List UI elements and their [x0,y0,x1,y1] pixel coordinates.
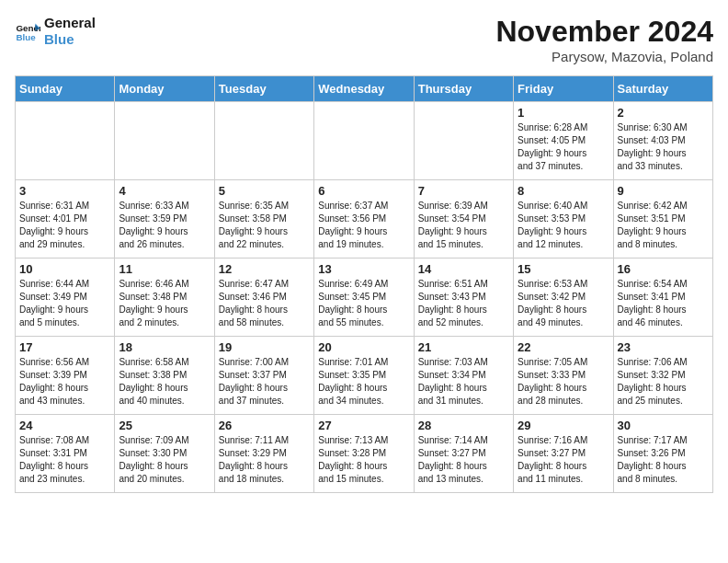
title-area: November 2024 Parysow, Mazovia, Poland [495,15,713,64]
day-number: 9 [618,184,709,198]
day-info: Sunrise: 7:08 AM Sunset: 3:31 PM Dayligh… [19,434,110,486]
day-cell: 13Sunrise: 6:49 AM Sunset: 3:45 PM Dayli… [314,259,414,337]
day-cell [115,102,214,180]
weekday-header-row: SundayMondayTuesdayWednesdayThursdayFrid… [16,76,713,102]
day-number: 23 [618,340,709,354]
day-number: 24 [19,419,110,432]
day-number: 20 [318,340,409,354]
day-cell: 8Sunrise: 6:40 AM Sunset: 3:53 PM Daylig… [514,180,613,259]
logo: General Blue General Blue [15,15,96,48]
day-cell: 12Sunrise: 6:47 AM Sunset: 3:46 PM Dayli… [214,259,313,337]
day-info: Sunrise: 6:46 AM Sunset: 3:48 PM Dayligh… [119,278,210,329]
weekday-header-thursday: Thursday [414,76,513,102]
day-cell: 20Sunrise: 7:01 AM Sunset: 3:35 PM Dayli… [314,337,414,415]
header: General Blue General Blue November 2024 … [15,15,713,64]
day-cell: 7Sunrise: 6:39 AM Sunset: 3:54 PM Daylig… [414,180,513,259]
day-number: 2 [618,106,709,120]
day-info: Sunrise: 6:44 AM Sunset: 3:49 PM Dayligh… [19,278,110,329]
day-number: 19 [219,340,310,354]
day-info: Sunrise: 6:37 AM Sunset: 3:56 PM Dayligh… [318,200,409,251]
day-number: 7 [418,184,509,198]
day-cell: 17Sunrise: 6:56 AM Sunset: 3:39 PM Dayli… [16,337,115,415]
day-cell: 15Sunrise: 6:53 AM Sunset: 3:42 PM Dayli… [514,259,613,337]
day-cell: 6Sunrise: 6:37 AM Sunset: 3:56 PM Daylig… [314,180,414,259]
day-number: 12 [219,262,310,276]
logo-icon: General Blue [15,18,40,44]
month-title: November 2024 [495,15,713,49]
day-cell: 16Sunrise: 6:54 AM Sunset: 3:41 PM Dayli… [613,259,712,337]
day-number: 11 [119,262,210,276]
day-info: Sunrise: 6:56 AM Sunset: 3:39 PM Dayligh… [19,356,110,408]
day-number: 17 [19,340,110,354]
day-info: Sunrise: 6:39 AM Sunset: 3:54 PM Dayligh… [418,200,509,251]
day-cell [16,102,115,180]
day-number: 10 [19,262,110,276]
day-cell: 26Sunrise: 7:11 AM Sunset: 3:29 PM Dayli… [214,415,313,493]
day-info: Sunrise: 6:40 AM Sunset: 3:53 PM Dayligh… [518,200,609,251]
day-info: Sunrise: 7:17 AM Sunset: 3:26 PM Dayligh… [618,434,709,486]
day-info: Sunrise: 6:31 AM Sunset: 4:01 PM Dayligh… [19,200,110,251]
day-cell: 10Sunrise: 6:44 AM Sunset: 3:49 PM Dayli… [16,259,115,337]
day-number: 22 [518,340,609,354]
day-cell: 29Sunrise: 7:16 AM Sunset: 3:27 PM Dayli… [514,415,613,493]
day-cell: 2Sunrise: 6:30 AM Sunset: 4:03 PM Daylig… [613,102,712,180]
day-number: 13 [318,262,409,276]
location-title: Parysow, Mazovia, Poland [495,49,713,64]
day-info: Sunrise: 7:09 AM Sunset: 3:30 PM Dayligh… [119,434,210,486]
day-cell: 30Sunrise: 7:17 AM Sunset: 3:26 PM Dayli… [613,415,712,493]
day-info: Sunrise: 6:35 AM Sunset: 3:58 PM Dayligh… [219,200,310,251]
day-info: Sunrise: 7:11 AM Sunset: 3:29 PM Dayligh… [219,434,310,486]
day-number: 27 [318,419,409,432]
weekday-header-tuesday: Tuesday [214,76,313,102]
calendar-table: SundayMondayTuesdayWednesdayThursdayFrid… [15,75,713,493]
day-cell: 19Sunrise: 7:00 AM Sunset: 3:37 PM Dayli… [214,337,313,415]
day-number: 29 [518,419,609,432]
day-cell: 23Sunrise: 7:06 AM Sunset: 3:32 PM Dayli… [613,337,712,415]
day-cell: 11Sunrise: 6:46 AM Sunset: 3:48 PM Dayli… [115,259,214,337]
day-info: Sunrise: 7:05 AM Sunset: 3:33 PM Dayligh… [518,356,609,408]
day-cell: 24Sunrise: 7:08 AM Sunset: 3:31 PM Dayli… [16,415,115,493]
day-number: 3 [19,184,110,198]
day-number: 18 [119,340,210,354]
logo-line1: General [44,15,96,31]
day-cell: 28Sunrise: 7:14 AM Sunset: 3:27 PM Dayli… [414,415,513,493]
day-info: Sunrise: 7:14 AM Sunset: 3:27 PM Dayligh… [418,434,509,486]
day-info: Sunrise: 6:49 AM Sunset: 3:45 PM Dayligh… [318,278,409,329]
day-info: Sunrise: 6:53 AM Sunset: 3:42 PM Dayligh… [518,278,609,329]
day-number: 26 [219,419,310,432]
day-number: 4 [119,184,210,198]
day-number: 25 [119,419,210,432]
day-info: Sunrise: 6:51 AM Sunset: 3:43 PM Dayligh… [418,278,509,329]
week-row-2: 10Sunrise: 6:44 AM Sunset: 3:49 PM Dayli… [16,259,713,337]
day-info: Sunrise: 7:06 AM Sunset: 3:32 PM Dayligh… [618,356,709,408]
day-info: Sunrise: 7:13 AM Sunset: 3:28 PM Dayligh… [318,434,409,486]
day-info: Sunrise: 6:47 AM Sunset: 3:46 PM Dayligh… [219,278,310,329]
day-info: Sunrise: 6:54 AM Sunset: 3:41 PM Dayligh… [618,278,709,329]
day-cell: 3Sunrise: 6:31 AM Sunset: 4:01 PM Daylig… [16,180,115,259]
weekday-header-friday: Friday [514,76,613,102]
weekday-header-sunday: Sunday [16,76,115,102]
day-cell [214,102,313,180]
day-number: 14 [418,262,509,276]
logo-line2: Blue [44,31,96,48]
week-row-0: 1Sunrise: 6:28 AM Sunset: 4:05 PM Daylig… [16,102,713,180]
day-cell: 9Sunrise: 6:42 AM Sunset: 3:51 PM Daylig… [613,180,712,259]
day-cell: 25Sunrise: 7:09 AM Sunset: 3:30 PM Dayli… [115,415,214,493]
day-info: Sunrise: 7:16 AM Sunset: 3:27 PM Dayligh… [518,434,609,486]
day-number: 6 [318,184,409,198]
day-cell: 27Sunrise: 7:13 AM Sunset: 3:28 PM Dayli… [314,415,414,493]
day-cell: 18Sunrise: 6:58 AM Sunset: 3:38 PM Dayli… [115,337,214,415]
week-row-3: 17Sunrise: 6:56 AM Sunset: 3:39 PM Dayli… [16,337,713,415]
day-number: 8 [518,184,609,198]
weekday-header-saturday: Saturday [613,76,712,102]
day-number: 16 [618,262,709,276]
day-cell: 1Sunrise: 6:28 AM Sunset: 4:05 PM Daylig… [514,102,613,180]
day-number: 5 [219,184,310,198]
day-number: 21 [418,340,509,354]
week-row-1: 3Sunrise: 6:31 AM Sunset: 4:01 PM Daylig… [16,180,713,259]
day-info: Sunrise: 7:01 AM Sunset: 3:35 PM Dayligh… [318,356,409,408]
day-cell: 22Sunrise: 7:05 AM Sunset: 3:33 PM Dayli… [514,337,613,415]
day-number: 30 [618,419,709,432]
day-info: Sunrise: 6:30 AM Sunset: 4:03 PM Dayligh… [618,121,709,173]
day-info: Sunrise: 6:33 AM Sunset: 3:59 PM Dayligh… [119,200,210,251]
